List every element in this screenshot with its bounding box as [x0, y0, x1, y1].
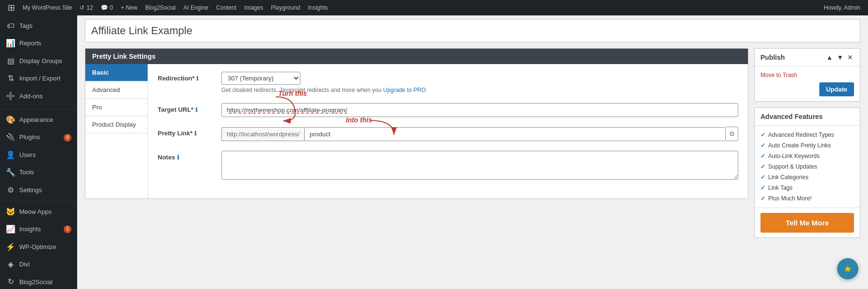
feature-check-2: ✓	[760, 153, 765, 159]
sidebar-item-users[interactable]: 👤 Users	[0, 146, 77, 164]
wp-optimize-icon: ⚡	[6, 242, 15, 252]
sidebar-item-blog2social[interactable]: ↻ Blog2Social	[0, 273, 77, 289]
settings-tabs: Basic Advanced Pro Product Display	[85, 64, 148, 198]
pretty-link-settings-box: Pretty Link Settings Basic Advanced	[85, 48, 748, 199]
publish-actions: Update	[760, 82, 854, 96]
feature-item-1: ✓ Auto Create Pretty Links	[760, 140, 854, 151]
sidebar-item-settings[interactable]: ⚙ Settings	[0, 182, 77, 199]
settings-main: Pretty Link Settings Basic Advanced	[85, 48, 748, 238]
main-content: Pretty Link Settings Basic Advanced	[77, 15, 868, 289]
notes-info-icon[interactable]: ℹ	[177, 154, 179, 161]
notes-label: Notes ℹ	[158, 151, 216, 161]
adminbar-wp-logo[interactable]: ⊞	[4, 0, 19, 15]
tab-product-display[interactable]: Product Display	[85, 116, 148, 133]
pretty-link-info-icon[interactable]: ℹ	[194, 130, 197, 137]
sidebar-item-tags[interactable]: 🏷 Tags	[0, 17, 77, 35]
notes-value	[221, 151, 738, 181]
target-url-row: Target URL* ℹ	[158, 103, 738, 117]
redirection-info-icon[interactable]: ℹ	[196, 75, 199, 82]
pretty-link-label: Pretty Link* ℹ	[158, 127, 216, 137]
pretty-link-value: http://localhost/wordpress/ ⧉	[221, 127, 738, 141]
feature-check-5: ✓	[760, 184, 765, 191]
feature-check-1: ✓	[760, 142, 765, 149]
feature-item-4: ✓ Link Categories	[760, 172, 854, 183]
adminbar-new[interactable]: + New	[117, 0, 141, 15]
target-url-input[interactable]	[221, 103, 738, 117]
adminbar-content[interactable]: Content	[212, 0, 240, 15]
sidebar-item-add-ons[interactable]: ➕ Add-ons	[0, 88, 77, 105]
adminbar-ai-engine[interactable]: AI Engine	[179, 0, 212, 15]
page-layout: 🏷 Tags 📊 Reports ▤ Display Groups ⇅ Impo…	[0, 15, 868, 289]
tags-icon: 🏷	[6, 21, 15, 31]
feature-check-0: ✓	[760, 131, 765, 138]
redirection-row: Redirection* ℹ 307 (Temporary) 301 (Perm…	[158, 72, 738, 93]
add-ons-icon: ➕	[6, 91, 15, 102]
feature-check-6: ✓	[760, 195, 765, 202]
sidebar-item-meow-apps[interactable]: 🐱 Meow Apps	[0, 203, 77, 221]
admin-bar: ⊞ My WordPress Site ↺ 12 💬 0 + New Blog2…	[0, 0, 868, 15]
target-url-label: Target URL* ℹ	[158, 103, 216, 113]
insights-icon: 📈	[6, 224, 15, 235]
notes-row: Notes ℹ	[158, 151, 738, 181]
features-list: ✓ Advanced Redirect Types ✓ Auto Create …	[755, 126, 860, 208]
feature-item-3: ✓ Support & Updates	[760, 161, 854, 172]
advanced-features-box: Advanced Features ✓ Advanced Redirect Ty…	[754, 107, 860, 238]
move-to-trash-link[interactable]: Move to Trash	[760, 72, 797, 79]
into-this-annotation: Into this	[346, 116, 372, 124]
tab-pro[interactable]: Pro	[85, 99, 148, 116]
publish-close-button[interactable]: ✕	[846, 53, 854, 62]
sidebar-item-display-groups[interactable]: ▤ Display Groups	[0, 53, 77, 70]
adminbar-insights[interactable]: Insights	[304, 0, 331, 15]
adminbar-comments[interactable]: 💬 0	[97, 0, 117, 15]
floating-help-icon[interactable]: ★	[837, 258, 858, 279]
adminbar-howdy[interactable]: Howdy, Admin	[820, 0, 864, 15]
publish-expand-up-button[interactable]: ▲	[825, 53, 834, 62]
adminbar-images[interactable]: Images	[240, 0, 267, 15]
sidebar: 🏷 Tags 📊 Reports ▤ Display Groups ⇅ Impo…	[0, 15, 77, 289]
display-groups-icon: ▤	[6, 56, 15, 66]
adminbar-blog2social[interactable]: Blog2Social	[141, 0, 179, 15]
pretty-link-row: Pretty Link* ℹ http://localhost/wordpres…	[158, 127, 738, 141]
settings-fields: Redirection* ℹ 307 (Temporary) 301 (Perm…	[148, 64, 748, 198]
feature-item-5: ✓ Link Tags	[760, 183, 854, 193]
redirection-select[interactable]: 307 (Temporary) 301 (Permanent) 302 (Tem…	[221, 72, 300, 85]
plugins-icon: 🔌	[6, 132, 15, 143]
adminbar-site-name[interactable]: My WordPress Site	[19, 0, 76, 15]
adminbar-playground[interactable]: Playground	[267, 0, 304, 15]
publish-expand-down-button[interactable]: ▼	[836, 53, 844, 62]
feature-check-3: ✓	[760, 163, 765, 170]
pretty-link-slug-input[interactable]	[304, 127, 726, 141]
divi-icon: ◈	[6, 259, 15, 270]
tab-advanced[interactable]: Advanced	[85, 81, 148, 99]
update-button[interactable]: Update	[819, 82, 854, 96]
sidebar-item-plugins[interactable]: 🔌 Plugins 8	[0, 129, 77, 146]
settings-box-header: Pretty Link Settings	[85, 49, 748, 64]
users-icon: 👤	[6, 150, 15, 160]
sidebar-item-reports[interactable]: 📊 Reports	[0, 35, 77, 52]
pretty-link-input-row: http://localhost/wordpress/ ⧉	[221, 127, 738, 141]
blog2social-icon: ↻	[6, 276, 15, 287]
sidebar-item-tools[interactable]: 🔧 Tools	[0, 164, 77, 181]
advanced-features-header: Advanced Features	[755, 108, 860, 126]
tell-me-more-button[interactable]: Tell Me More	[760, 213, 854, 233]
publish-box: Publish ▲ ▼ ✕ Move to Trash Update	[754, 48, 860, 102]
upgrade-to-pro-link[interactable]: Upgrade to PRO	[383, 87, 426, 93]
tab-basic[interactable]: Basic	[85, 64, 148, 81]
adminbar-revisions[interactable]: ↺ 12	[76, 0, 96, 15]
sidebar-item-import-export[interactable]: ⇅ Import / Export	[0, 70, 77, 87]
copy-pretty-link-button[interactable]: ⧉	[726, 127, 738, 141]
settings-icon: ⚙	[6, 185, 15, 196]
target-url-info-icon[interactable]: ℹ	[195, 106, 198, 113]
tools-icon: 🔧	[6, 167, 15, 178]
sidebar-item-appearance[interactable]: 🎨 Appearance	[0, 111, 77, 129]
notes-textarea[interactable]	[221, 151, 738, 180]
sidebar-item-divi[interactable]: ◈ Divi	[0, 256, 77, 273]
page-title-input[interactable]	[85, 20, 860, 42]
target-url-input-wrap	[221, 103, 738, 117]
sidebar-item-insights[interactable]: 📈 Insights 5	[0, 221, 77, 238]
feature-item-0: ✓ Advanced Redirect Types	[760, 130, 854, 140]
publish-header-icons: ▲ ▼ ✕	[825, 53, 854, 62]
publish-box-body: Move to Trash Update	[755, 66, 860, 101]
sidebar-item-wp-optimize[interactable]: ⚡ WP-Optimize	[0, 238, 77, 256]
appearance-icon: 🎨	[6, 115, 15, 125]
